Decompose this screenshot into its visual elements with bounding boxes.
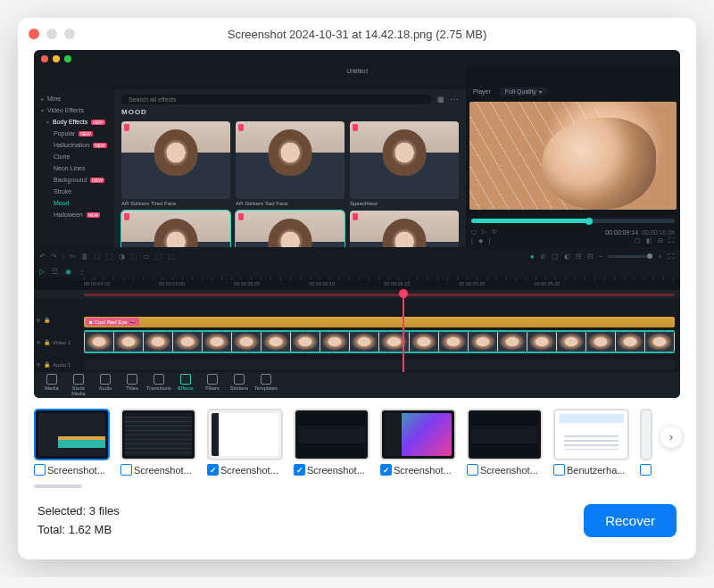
tool-filters[interactable]: Filters — [200, 374, 225, 396]
window-title: Screenshot 2024-10-31 at 14.42.18.png (2… — [18, 28, 696, 41]
tool-templates[interactable]: Templates — [253, 374, 278, 396]
search-input[interactable] — [121, 95, 432, 104]
effect-card[interactable]: AR Stickers Sad Face — [236, 121, 345, 206]
stop-icon[interactable]: ◻ — [471, 228, 477, 236]
grid-view-icon[interactable]: ▦ — [437, 95, 444, 104]
player-label: Player — [473, 88, 491, 95]
sidebar-item-background[interactable]: BackgroundNEW — [34, 174, 114, 186]
more-icon[interactable]: ⋯ — [450, 95, 459, 104]
play-icon[interactable]: ▷ — [482, 228, 486, 236]
sidebar-item-mood[interactable]: Mood — [34, 197, 114, 209]
timeline: ↶ ↷ | ✄ 🗑 ⬚⬚ ◑⬚ ▭ ⬚⬚ ● ⊘▢◐ ⊟⊟ − + ⛶ — [34, 247, 680, 372]
sidebar-item-neon-lines[interactable]: Neon Lines — [34, 162, 114, 174]
file-checkbox[interactable] — [553, 464, 565, 476]
sidebar-item-mine[interactable]: ▸Mine — [34, 93, 114, 104]
fullscreen-icon[interactable]: ⛶ — [668, 237, 675, 244]
tool-titles[interactable]: Titles — [120, 374, 145, 396]
effect-card[interactable]: AR Stickers Tired Face — [121, 121, 230, 206]
recover-button[interactable]: Recover — [584, 504, 677, 537]
app-window: Screenshot 2024-10-31 at 14.42.18.png (2… — [18, 18, 696, 559]
zoom-window-icon[interactable] — [64, 29, 75, 39]
file-item[interactable]: Benutzerha... — [553, 409, 629, 476]
effect-card[interactable]: Cool Red Eye — [236, 211, 345, 247]
inner-window-controls — [41, 55, 71, 62]
sidebar-item-stroke[interactable]: Stroke — [34, 186, 114, 197]
file-checkbox[interactable]: ✓ — [207, 464, 219, 476]
time-current: 00:00:09:14 — [605, 229, 638, 236]
playhead[interactable] — [403, 290, 404, 372]
project-title: Untitled — [346, 68, 368, 74]
player-viewport — [469, 102, 677, 210]
file-label: Screenshot... — [394, 465, 452, 476]
top-toolbar: MediaStock MediaAudioTitlesTransitionsEf… — [34, 372, 680, 398]
file-item[interactable]: Screenshot... — [467, 409, 543, 476]
trash-icon[interactable]: 🗑 — [81, 253, 88, 261]
cut-icon[interactable]: ✄ — [70, 253, 76, 261]
track-header-audio[interactable]: 👁🔒Audio 1 — [36, 361, 80, 368]
track-header-video[interactable]: 👁🔒Video 1 — [36, 339, 80, 345]
file-label: Benutzerha... — [567, 465, 625, 476]
settings-icon[interactable]: ⊟ — [658, 237, 663, 244]
file-item[interactable]: ✓Screenshot... — [207, 409, 283, 476]
scroll-right-button[interactable]: › — [660, 427, 682, 448]
tool-stickers[interactable]: Stickers — [227, 374, 252, 396]
time-total: 00:00:16:09 — [642, 229, 675, 236]
seek-bar[interactable] — [471, 219, 675, 223]
selected-count: Selected: 3 files — [37, 502, 120, 521]
tool-media[interactable]: Media — [39, 374, 64, 396]
file-checkbox[interactable] — [34, 464, 46, 476]
track-header-fx[interactable]: 👁🔒 — [36, 317, 80, 323]
undo-icon[interactable]: ↶ — [39, 253, 46, 261]
file-item[interactable]: Screenshot... — [120, 409, 196, 476]
marker-icon[interactable]: ◆ — [478, 237, 483, 244]
marker-add-icon[interactable]: ● — [530, 253, 535, 261]
file-label: Screenshot... — [480, 465, 538, 476]
preview-image: MediaStock MediaAudioTitlesTransitionsEf… — [34, 50, 680, 398]
sidebar-item-clone[interactable]: Clone — [34, 151, 114, 162]
video-clip[interactable] — [84, 330, 675, 353]
file-item[interactable]: ✓Screenshot... — [380, 409, 456, 476]
file-checkbox[interactable] — [120, 464, 132, 476]
sidebar-item-video-effects[interactable]: ▾Video Effects — [34, 104, 114, 116]
pointer-icon[interactable]: ▷ — [39, 268, 45, 276]
snapshot-icon[interactable]: ▢ — [635, 237, 641, 244]
titlebar: Screenshot 2024-10-31 at 14.42.18.png (2… — [18, 18, 696, 50]
file-thumbnails: Screenshot...Screenshot...✓Screenshot...… — [18, 398, 696, 477]
loop-icon[interactable]: ↻ — [492, 228, 497, 236]
effect-card[interactable]: Wrath — [121, 211, 230, 247]
tool-effects[interactable]: Effects — [173, 374, 198, 396]
audio-track[interactable] — [84, 360, 675, 370]
time-ruler[interactable]: 00:00:04:1900:00:05:0000:00:05:0500:00:0… — [34, 277, 680, 290]
quality-dropdown[interactable]: Full Quality▾ — [500, 87, 547, 95]
sidebar-item-popular[interactable]: PopularNEW — [34, 128, 114, 139]
compare-icon[interactable]: ◧ — [646, 237, 652, 244]
effect-card[interactable]: Mawkishness — [350, 211, 459, 247]
tool-transitions[interactable]: Transitions — [146, 374, 171, 396]
total-size: Total: 1.62 MB — [37, 521, 120, 540]
tool-audio[interactable]: Audio — [93, 374, 118, 396]
sidebar-group-body-effects[interactable]: ▾Body EffectsNEW — [34, 116, 114, 128]
close-window-icon[interactable] — [29, 29, 39, 39]
minimize-window-icon[interactable] — [46, 29, 57, 39]
sidebar-item-hallucination[interactable]: HallucinationNEW — [34, 139, 114, 151]
redo-icon[interactable]: ↷ — [51, 253, 57, 261]
file-label: Screenshot... — [47, 465, 105, 476]
section-title: MOOD — [121, 108, 459, 116]
zoom-out-icon[interactable]: − — [599, 253, 603, 261]
effect-card[interactable]: Speechless — [350, 121, 459, 206]
file-checkbox[interactable]: ✓ — [294, 464, 305, 476]
file-label: Screenshot... — [307, 465, 365, 476]
tool-stock-media[interactable]: Stock Media — [66, 374, 91, 396]
file-label: Screenshot... — [220, 465, 278, 476]
file-item[interactable]: Screenshot... — [34, 409, 110, 476]
zoom-in-icon[interactable]: + — [658, 253, 662, 261]
file-label: Screenshot... — [134, 465, 192, 476]
file-item[interactable]: ✓Screenshot... — [294, 409, 369, 476]
effect-clip[interactable]: ■ Cool Red Eye 👄 — [84, 317, 675, 327]
window-controls — [29, 29, 75, 39]
file-checkbox[interactable] — [467, 464, 478, 476]
video-editor: MediaStock MediaAudioTitlesTransitionsEf… — [34, 66, 680, 398]
file-checkbox[interactable]: ✓ — [380, 464, 392, 476]
sidebar-item-halloween[interactable]: HalloweenNEW — [34, 209, 114, 220]
zoom-slider[interactable] — [608, 255, 652, 258]
